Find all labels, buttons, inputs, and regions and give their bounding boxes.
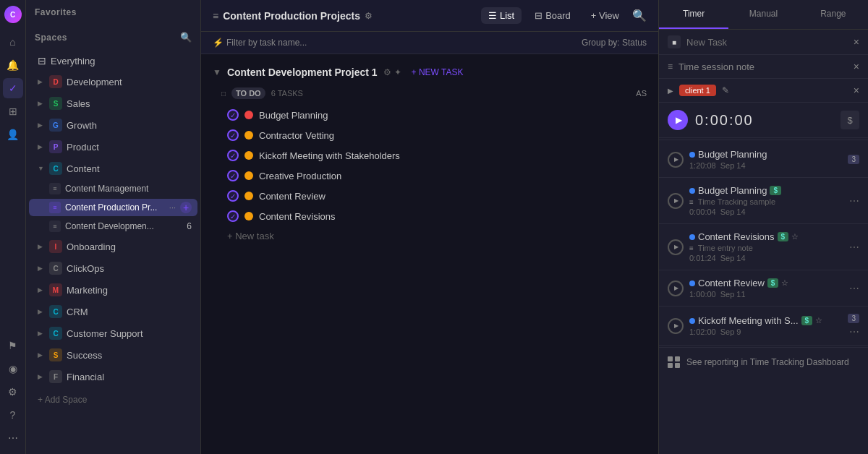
entry-play-4[interactable]: ▶ xyxy=(668,318,684,334)
tag-close-icon[interactable]: × xyxy=(854,85,859,96)
filter-button[interactable]: ⚡ Filter by task name... xyxy=(213,38,307,48)
app-logo[interactable]: C xyxy=(4,6,22,23)
sidebar-search-icon[interactable]: 🔍 xyxy=(180,32,192,43)
timer-tab-manual[interactable]: Manual xyxy=(728,0,798,29)
timer-tab-timer[interactable]: Timer xyxy=(659,0,728,29)
task-check-2[interactable]: ✓ xyxy=(227,150,239,161)
entry-dot-1 xyxy=(689,188,695,194)
section-collapse-icon[interactable]: □ xyxy=(221,90,226,98)
sidebar-item-content[interactable]: ▼ C Content xyxy=(29,158,197,179)
bell-icon[interactable]: 🔔 xyxy=(3,55,23,75)
add-space-button[interactable]: + Add Space xyxy=(29,390,197,409)
main-content: ≡ Content Production Projects ⚙ ☰ List ⊟… xyxy=(201,0,658,454)
support-icon: C xyxy=(49,327,62,340)
task-check-5[interactable]: ✓ xyxy=(227,210,239,222)
sidebar-item-clickops[interactable]: ▶ C ClickOps xyxy=(29,258,197,278)
entry-play-0[interactable]: ▶ xyxy=(668,152,684,168)
reporting-row[interactable]: See reporting in Time Tracking Dashboard xyxy=(659,349,868,375)
sidebar-item-customer-support[interactable]: ▶ C Customer Support xyxy=(29,323,197,343)
task-check-0[interactable]: ✓ xyxy=(227,109,239,121)
time-entry-4[interactable]: ▶ Kickoff Meeting with S... $ ☆ 1:02:00 … xyxy=(659,307,868,346)
financial-label: Financial xyxy=(67,372,192,382)
task-check-4[interactable]: ✓ xyxy=(227,190,239,202)
new-task-row[interactable]: + New task xyxy=(221,226,647,246)
settings-icon[interactable]: ⚙ xyxy=(3,382,23,402)
sidebar-item-content-development[interactable]: ≡ Content Developmen... 6 xyxy=(29,218,197,235)
sidebar-item-crm[interactable]: ▶ C CRM xyxy=(29,301,197,322)
board-view-button[interactable]: ⊟ Board xyxy=(527,7,578,24)
entry-play-1[interactable]: ▶ xyxy=(668,193,684,209)
entry-play-3[interactable]: ▶ xyxy=(668,280,684,296)
project-settings-icon[interactable]: ⚙ xyxy=(383,67,391,77)
entry-more-icon-1[interactable]: ⋯ xyxy=(849,195,859,207)
note-close-icon[interactable]: × xyxy=(854,61,859,72)
project-icons: ⚙ ✦ xyxy=(383,67,401,77)
entry-actions-3: ⋯ xyxy=(849,283,859,294)
entry-more-icon-2[interactable]: ⋯ xyxy=(849,241,859,253)
task-row[interactable]: ✓ Content Revisions xyxy=(221,206,647,226)
sidebar-item-onboarding[interactable]: ▶ I Onboarding xyxy=(29,236,197,257)
task-row[interactable]: ✓ Content Review xyxy=(221,186,647,206)
task-row[interactable]: ✓ Creative Production xyxy=(221,166,647,186)
task-row[interactable]: ✓ Contractor Vetting xyxy=(221,125,647,145)
more-icon[interactable]: ⋯ xyxy=(3,428,23,448)
task-check-3[interactable]: ✓ xyxy=(227,170,239,181)
help-icon[interactable]: ? xyxy=(3,405,23,425)
task-status-1 xyxy=(244,131,253,140)
home-icon[interactable]: ⌂ xyxy=(3,32,23,52)
entry-play-2[interactable]: ▶ xyxy=(668,239,684,255)
sidebar-item-sales[interactable]: ▶ S Sales xyxy=(29,93,197,113)
crm-icon: C xyxy=(49,305,62,318)
list-view-button[interactable]: ☰ List xyxy=(481,7,522,24)
task-row[interactable]: ✓ Budget Planning xyxy=(221,105,647,125)
new-task-button[interactable]: + NEW TASK xyxy=(407,66,468,79)
entry-more-icon-3[interactable]: ⋯ xyxy=(849,283,859,294)
page-icon: ≡ xyxy=(213,10,218,22)
sidebar-item-growth[interactable]: ▶ G Growth xyxy=(29,115,197,135)
flag-icon[interactable]: ⚑ xyxy=(3,335,23,356)
entry-meta-1: ≡ Time Tracking sample xyxy=(689,197,843,206)
time-entry-1[interactable]: ▶ Budget Planning $ ≡ Time Tracking samp… xyxy=(659,178,868,224)
timer-tab-range[interactable]: Range xyxy=(799,0,868,29)
time-entry-0[interactable]: ▶ Budget Planning 1:20:08 Sep 14 3 xyxy=(659,142,868,178)
grid-icon[interactable]: ⊞ xyxy=(3,101,23,121)
content-prod-more[interactable]: ··· xyxy=(169,203,176,212)
entry-more-icon-4[interactable]: ⋯ xyxy=(849,326,859,338)
broadcast-icon[interactable]: ◉ xyxy=(3,359,23,379)
entry-task-name-0: Budget Planning xyxy=(698,149,767,160)
task-status-5 xyxy=(244,212,253,220)
task-check-1[interactable]: ✓ xyxy=(227,129,239,141)
tag-edit-icon[interactable]: ✎ xyxy=(722,85,729,95)
search-icon[interactable]: 🔍 xyxy=(632,9,647,22)
entry-content-3: Content Review $ ☆ 1:00:00 Sep 11 xyxy=(689,278,843,299)
sidebar-item-marketing[interactable]: ▶ M Marketing xyxy=(29,280,197,300)
arrow-icon: ▶ xyxy=(38,351,45,359)
entry-note-1: Time Tracking sample xyxy=(698,197,775,206)
new-task-input[interactable] xyxy=(686,37,848,48)
sidebar-item-content-management[interactable]: ≡ Content Management xyxy=(29,180,197,197)
time-entry-3[interactable]: ▶ Content Review $ ☆ 1:00:00 Sep 11 ⋯ xyxy=(659,270,868,307)
project-share-icon[interactable]: ✦ xyxy=(394,67,401,77)
billable-button[interactable]: $ xyxy=(841,111,859,129)
note-text[interactable]: Time session note xyxy=(678,61,848,72)
collapse-icon[interactable]: ▼ xyxy=(213,67,221,77)
sidebar-item-product[interactable]: ▶ P Product xyxy=(29,137,197,157)
sidebar-item-everything[interactable]: ⊟ Everything xyxy=(29,51,197,70)
board-label: Board xyxy=(545,10,571,21)
page-settings-icon[interactable]: ⚙ xyxy=(365,11,373,21)
sidebar-item-success[interactable]: ▶ S Success xyxy=(29,345,197,365)
sidebar-item-content-production[interactable]: ≡ Content Production Pr... ··· + xyxy=(29,199,197,216)
content-prod-add[interactable]: + xyxy=(180,202,192,213)
play-button[interactable]: ▶ xyxy=(668,110,688,130)
user-icon[interactable]: 👤 xyxy=(3,124,23,145)
new-task-close-icon[interactable]: × xyxy=(854,36,859,48)
sidebar-item-financial[interactable]: ▶ F Financial xyxy=(29,367,197,387)
task-row[interactable]: ✓ Kickoff Meeting with Stakeholders xyxy=(221,145,647,166)
tag-badge[interactable]: client 1 xyxy=(679,85,716,96)
sidebar-item-development[interactable]: ▶ D Development xyxy=(29,72,197,92)
add-view-button[interactable]: + View xyxy=(584,7,626,24)
icon-bar: C ⌂ 🔔 ✓ ⊞ 👤 ⚑ ◉ ⚙ ? ⋯ xyxy=(0,0,26,454)
entry-date-0: Sep 14 xyxy=(720,161,746,170)
task-icon[interactable]: ✓ xyxy=(3,78,23,98)
time-entry-2[interactable]: ▶ Content Revisions $ ☆ ≡ Time entry not… xyxy=(659,224,868,270)
